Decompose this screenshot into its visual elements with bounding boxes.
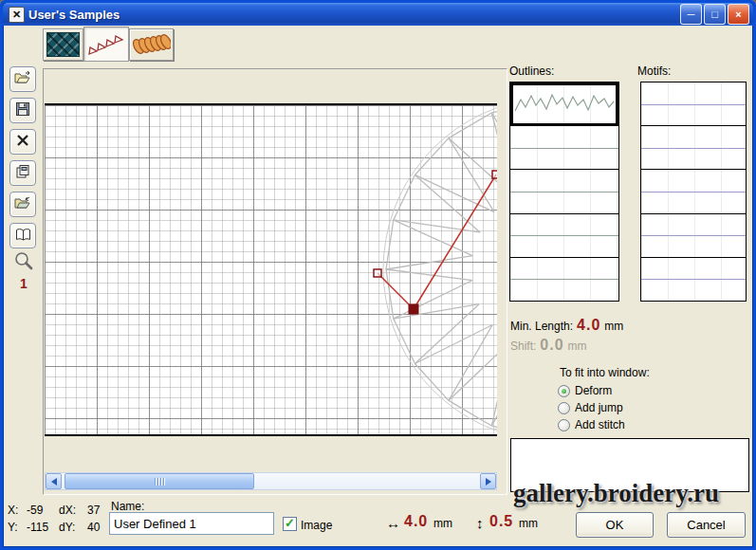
empty-sample-line	[641, 148, 746, 149]
window-controls: ─ □ ×	[680, 4, 749, 25]
shift-label: Shift:	[510, 339, 536, 353]
sample-cell[interactable]	[510, 82, 618, 126]
open-button[interactable]	[9, 66, 36, 92]
width-unit: mm	[433, 517, 452, 530]
outlines-list[interactable]	[509, 82, 619, 302]
title-bar: ✕ User's Samples ─ □ ×	[3, 3, 753, 26]
canvas-panel	[43, 68, 507, 495]
import-icon	[14, 195, 31, 213]
horizontal-scrollbar[interactable]	[45, 472, 497, 490]
magnifier-icon	[13, 250, 34, 271]
dx-label: dX:	[59, 504, 76, 517]
fit-option-add-stitch[interactable]: Add stitch	[558, 416, 625, 433]
sample-cell[interactable]	[510, 258, 618, 301]
horizontal-arrow-icon: ↔	[386, 515, 400, 531]
min-length-row: Min. Length: 4.0 mm	[510, 317, 623, 334]
shift-row: Shift: 0.0 mm	[510, 337, 587, 354]
sample-cell[interactable]	[641, 258, 746, 301]
shift-unit: mm	[568, 339, 587, 353]
motifs-list[interactable]	[640, 82, 747, 302]
save-button[interactable]	[9, 98, 36, 123]
copy-icon	[15, 164, 30, 182]
maximize-button[interactable]: □	[704, 4, 726, 25]
empty-sample-line	[641, 279, 746, 280]
scroll-thumb[interactable]	[65, 473, 254, 489]
stitch-handle[interactable]	[374, 269, 381, 277]
stitch-handle[interactable]	[492, 171, 497, 178]
catalog-button[interactable]	[9, 223, 36, 248]
x-label: X:	[8, 504, 18, 517]
radio-button[interactable]	[558, 385, 570, 397]
sample-cell[interactable]	[641, 126, 746, 170]
stitch-canvas[interactable]	[45, 103, 497, 436]
grip-mark	[160, 478, 161, 486]
radio-label: Add jump	[575, 401, 623, 414]
min-length-unit: mm	[604, 320, 623, 333]
name-input[interactable]	[109, 512, 274, 535]
pattern-drawing	[45, 105, 497, 434]
window-title: User's Samples	[28, 8, 680, 22]
motifs-label: Motifs:	[637, 64, 671, 78]
scroll-track[interactable]	[62, 473, 480, 489]
satin-sample-button[interactable]	[43, 28, 83, 61]
dx-value: 37	[87, 504, 100, 517]
zigzag-outline-preview	[512, 85, 617, 123]
sample-cell[interactable]	[510, 126, 618, 170]
grip-mark	[163, 478, 164, 486]
radio-button[interactable]	[558, 402, 570, 414]
watermark: gallery.broidery.ru	[513, 479, 719, 508]
fit-option-deform[interactable]: Deform	[558, 382, 625, 399]
delete-icon	[16, 134, 29, 150]
satin-pattern-image	[46, 32, 80, 57]
selected-stitch-handle[interactable]	[409, 304, 418, 314]
triangle-pattern-image	[87, 31, 125, 57]
grip-mark	[157, 478, 158, 486]
outline-sample-button[interactable]	[83, 27, 129, 62]
empty-sample-line	[510, 148, 618, 149]
empty-sample-line	[510, 279, 618, 280]
radio-button[interactable]	[558, 419, 570, 431]
users-samples-dialog: ✕ User's Samples ─ □ ×	[0, 0, 756, 550]
close-button[interactable]: ×	[728, 4, 749, 25]
min-length-value[interactable]: 4.0	[577, 317, 600, 334]
sample-cell[interactable]	[510, 170, 618, 213]
catalog-icon	[15, 228, 31, 245]
dy-label: dY:	[59, 521, 75, 534]
scroll-right-button[interactable]	[480, 473, 496, 489]
fit-option-add-jump[interactable]: Add jump	[558, 399, 625, 416]
empty-sample-line	[510, 235, 618, 236]
radio-label: Add stitch	[575, 418, 625, 431]
import-button[interactable]	[9, 192, 36, 217]
right-arrow-icon	[486, 478, 491, 486]
motif-sample-button[interactable]	[129, 28, 174, 61]
vertical-arrow-icon: ↕	[476, 515, 484, 531]
fit-into-window-label: To fit into window:	[560, 366, 650, 379]
empty-sample-line	[510, 192, 618, 192]
scroll-left-button[interactable]	[46, 473, 62, 489]
image-checkbox-label: Image	[301, 519, 332, 532]
sample-cell[interactable]	[510, 214, 618, 258]
delete-button[interactable]	[9, 129, 36, 155]
outlines-label: Outlines:	[509, 64, 554, 78]
grip-mark	[155, 478, 156, 486]
cancel-button[interactable]: Cancel	[667, 512, 746, 538]
sample-cell[interactable]	[641, 82, 746, 126]
minimize-button[interactable]: ─	[680, 4, 702, 25]
y-value: -115	[27, 521, 48, 534]
left-arrow-icon	[51, 478, 57, 486]
sample-cell[interactable]	[641, 214, 746, 258]
save-icon	[15, 101, 30, 119]
image-checkbox[interactable]: ✓	[283, 517, 297, 531]
height-unit: mm	[519, 517, 538, 530]
name-label: Name:	[111, 500, 144, 513]
empty-sample-line	[641, 104, 746, 105]
copy-button[interactable]	[9, 160, 36, 186]
checkmark-icon: ✓	[285, 517, 295, 529]
sample-cell[interactable]	[641, 170, 746, 213]
width-value[interactable]: 4.0	[404, 513, 428, 530]
height-value[interactable]: 0.5	[489, 513, 513, 530]
min-length-label: Min. Length:	[510, 320, 573, 333]
dy-value: 40	[87, 521, 100, 534]
ok-button[interactable]: OK	[576, 512, 654, 538]
zoom-level: 1	[11, 276, 36, 291]
